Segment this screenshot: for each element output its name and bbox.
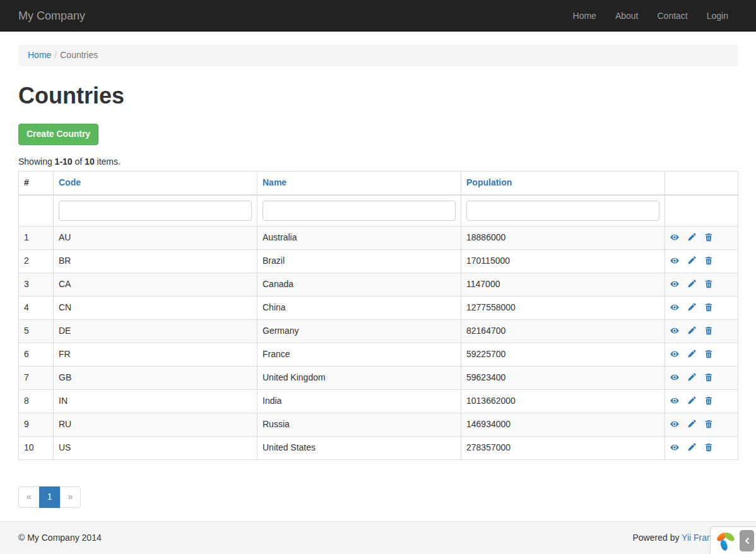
filter-input-population[interactable]: [466, 201, 659, 221]
cell-index: 7: [19, 367, 54, 390]
cell-actions: [665, 367, 738, 390]
update-action[interactable]: [687, 255, 696, 268]
table-row: 2 BR Brazil 170115000: [19, 250, 738, 273]
cell-actions: [665, 250, 738, 273]
cell-index: 10: [19, 437, 54, 460]
update-action[interactable]: [687, 442, 696, 454]
view-action[interactable]: [670, 302, 679, 314]
trash-icon: [704, 396, 713, 405]
cell-code: IN: [54, 390, 257, 413]
pencil-icon: [687, 256, 696, 265]
view-action[interactable]: [670, 325, 679, 338]
view-action[interactable]: [670, 348, 679, 361]
cell-name: Russia: [257, 413, 461, 437]
nav-item-contact[interactable]: Contact: [647, 0, 697, 32]
header-sort-name[interactable]: Name: [263, 177, 286, 187]
table-row: 8 IN India 1013662000: [19, 390, 738, 413]
view-action[interactable]: [670, 232, 679, 244]
cell-population: 1147000: [461, 273, 665, 297]
cell-name: France: [257, 343, 461, 367]
cell-name: Australia: [257, 227, 461, 250]
filter-input-code[interactable]: [59, 201, 252, 221]
pagination-next[interactable]: »: [61, 486, 81, 508]
delete-action[interactable]: [704, 278, 713, 291]
breadcrumb-home-link[interactable]: Home: [28, 50, 51, 60]
nav-item-home[interactable]: Home: [564, 0, 606, 32]
cell-code: CN: [54, 297, 257, 320]
cell-index: 3: [19, 273, 54, 297]
debug-collapse-button[interactable]: [740, 530, 754, 551]
table-filter-row: [19, 195, 738, 227]
view-action[interactable]: [670, 372, 679, 384]
pencil-icon: [687, 303, 696, 312]
view-action[interactable]: [670, 418, 679, 431]
trash-icon: [704, 280, 713, 288]
update-action[interactable]: [687, 302, 696, 314]
cell-population: 59225700: [461, 343, 665, 367]
breadcrumb: Home/Countries: [18, 44, 738, 67]
cell-index: 4: [19, 297, 54, 320]
delete-action[interactable]: [704, 348, 713, 361]
navbar-brand[interactable]: My Company: [18, 9, 85, 22]
cell-index: 6: [19, 343, 54, 367]
cell-actions: [665, 343, 738, 367]
delete-action[interactable]: [704, 442, 713, 454]
delete-action[interactable]: [704, 325, 713, 338]
trash-icon: [704, 373, 713, 382]
delete-action[interactable]: [704, 302, 713, 314]
cell-index: 1: [19, 227, 54, 250]
table-row: 7 GB United Kingdom 59623400: [19, 367, 738, 390]
cell-population: 278357000: [461, 437, 665, 460]
nav-item-login[interactable]: Login: [697, 0, 738, 32]
header-actions: [665, 172, 738, 195]
eye-icon: [670, 256, 679, 265]
header-sort-code[interactable]: Code: [59, 177, 81, 187]
update-action[interactable]: [687, 348, 696, 361]
filter-input-name[interactable]: [263, 201, 456, 221]
pencil-icon: [687, 373, 696, 382]
delete-action[interactable]: [704, 232, 713, 244]
cell-population: 82164700: [461, 320, 665, 343]
header-sort-population[interactable]: Population: [466, 177, 512, 187]
create-country-button[interactable]: Create Country: [18, 124, 98, 145]
delete-action[interactable]: [704, 255, 713, 268]
pagination-page-1-link[interactable]: 1: [39, 486, 61, 508]
table-row: 10 US United States 278357000: [19, 437, 738, 460]
cell-actions: [665, 437, 738, 460]
eye-icon: [670, 326, 679, 335]
update-action[interactable]: [687, 278, 696, 291]
page-title: Countries: [18, 80, 738, 112]
chevron-left-icon: [743, 536, 751, 545]
update-action[interactable]: [687, 372, 696, 384]
eye-icon: [670, 280, 679, 288]
view-action[interactable]: [670, 278, 679, 291]
filter-cell-actions-empty: [665, 195, 738, 227]
pagination-prev[interactable]: «: [18, 486, 40, 508]
nav-item-about[interactable]: About: [606, 0, 648, 32]
delete-action[interactable]: [704, 395, 713, 408]
delete-action[interactable]: [704, 418, 713, 431]
cell-index: 5: [19, 320, 54, 343]
pagination-next-link[interactable]: »: [60, 486, 81, 508]
cell-actions: [665, 273, 738, 297]
view-action[interactable]: [670, 255, 679, 268]
pagination-page-1[interactable]: 1: [40, 486, 61, 508]
yii-logo-icon[interactable]: [716, 531, 735, 551]
update-action[interactable]: [687, 232, 696, 244]
update-action[interactable]: [687, 325, 696, 338]
cell-code: US: [54, 437, 257, 460]
table-row: 9 RU Russia 146934000: [19, 413, 738, 437]
cell-name: Canada: [257, 273, 461, 297]
update-action[interactable]: [687, 418, 696, 431]
summary-showing: Showing: [18, 156, 55, 167]
grid-summary: Showing 1-10 of 10 items.: [18, 156, 738, 168]
breadcrumb-current: Countries: [60, 50, 98, 60]
cell-code: AU: [54, 227, 257, 250]
view-action[interactable]: [670, 395, 679, 408]
table-row: 4 CN China 1277558000: [19, 297, 738, 320]
update-action[interactable]: [687, 395, 696, 408]
pagination-prev-link[interactable]: «: [18, 486, 40, 508]
cell-code: DE: [54, 320, 257, 343]
view-action[interactable]: [670, 442, 679, 454]
delete-action[interactable]: [704, 372, 713, 384]
